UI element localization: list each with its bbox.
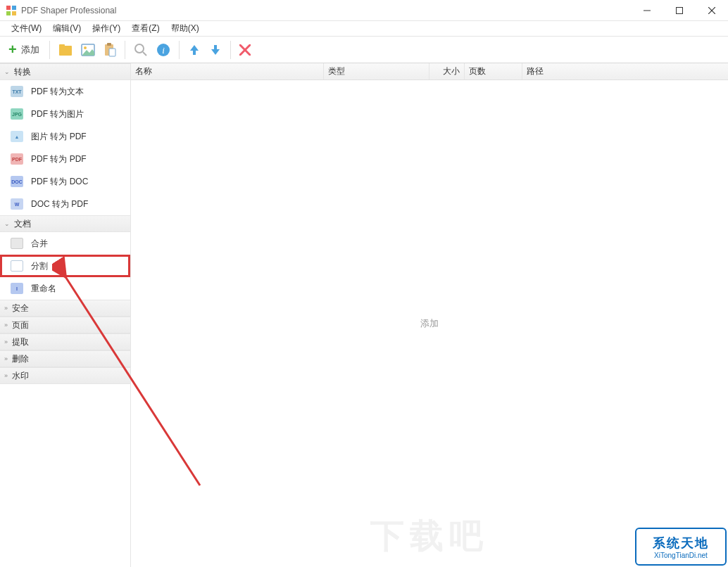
content: 名称 类型 大小 页数 路径 下载吧 添加 — [131, 63, 728, 567]
plus-icon: + — [8, 42, 17, 58]
sidebar-item-merge[interactable]: 合并 — [0, 232, 130, 255]
folder-button[interactable] — [56, 39, 75, 60]
column-path[interactable]: 路径 — [522, 63, 728, 79]
brand-url: XiTongTianDi.net — [654, 552, 708, 559]
rename-icon: I — [10, 281, 24, 295]
svg-point-15 — [135, 44, 144, 53]
sidebar-item-rename[interactable]: I重命名 — [0, 277, 130, 300]
chevron-right-icon: » — [4, 305, 8, 312]
menubar: 文件(W) 编辑(V) 操作(Y) 查看(Z) 帮助(X) — [0, 21, 728, 37]
titlebar: PDF Shaper Professional — [0, 0, 728, 21]
pdf-icon: PDF — [10, 152, 24, 166]
toolbar-separator — [125, 41, 125, 59]
image-button[interactable] — [78, 39, 98, 60]
sidebar-item-image-to-pdf[interactable]: ▲图片 转为 PDF — [0, 125, 130, 148]
paste-button[interactable] — [101, 39, 119, 60]
app-icon — [6, 5, 17, 16]
toolbar: + 添加 i — [0, 37, 728, 63]
remove-button[interactable] — [237, 39, 253, 60]
search-button[interactable] — [131, 39, 151, 60]
menu-action[interactable]: 操作(Y) — [87, 23, 126, 34]
sidebar-item-doc-to-pdf[interactable]: WDOC 转为 PDF — [0, 193, 130, 215]
add-button[interactable]: + 添加 — [6, 39, 44, 60]
svg-point-11 — [84, 46, 87, 49]
image-icon: ▲ — [10, 129, 24, 144]
menu-help[interactable]: 帮助(X) — [165, 23, 205, 34]
menu-edit[interactable]: 编辑(V) — [47, 23, 87, 34]
window-title: PDF Shaper Professional — [21, 6, 631, 15]
menu-view[interactable]: 查看(Z) — [126, 23, 165, 34]
column-type[interactable]: 类型 — [324, 63, 429, 79]
main: ⌄转换 TXTPDF 转为文本 JPGPDF 转为图片 ▲图片 转为 PDF P… — [0, 63, 728, 567]
page-icon — [10, 236, 24, 250]
svg-rect-5 — [677, 7, 683, 13]
jpg-icon: JPG — [10, 107, 24, 121]
sidebar-item-pdf-to-doc[interactable]: DOCPDF 转为 DOC — [0, 170, 130, 193]
maximize-button[interactable] — [663, 0, 696, 20]
sidebar-item-pdf-to-text[interactable]: TXTPDF 转为文本 — [0, 80, 130, 103]
chevron-right-icon: » — [4, 321, 8, 329]
doc-icon: DOC — [10, 174, 24, 189]
chevron-down-icon: ⌄ — [4, 220, 10, 227]
column-headers: 名称 类型 大小 页数 路径 — [131, 63, 728, 80]
toolbar-separator — [230, 41, 231, 59]
svg-rect-9 — [59, 44, 65, 48]
column-size[interactable]: 大小 — [429, 63, 465, 79]
svg-text:i: i — [162, 45, 165, 56]
watermark-text: 下载吧 — [370, 514, 489, 559]
word-icon: W — [10, 197, 24, 211]
sidebar-group-extract[interactable]: »提取 — [0, 333, 130, 350]
sidebar-item-split[interactable]: 分割 — [0, 255, 130, 277]
sidebar-group-security[interactable]: »安全 — [0, 300, 130, 317]
sidebar: ⌄转换 TXTPDF 转为文本 JPGPDF 转为图片 ▲图片 转为 PDF P… — [0, 63, 131, 567]
column-pages[interactable]: 页数 — [465, 63, 522, 79]
sidebar-group-delete[interactable]: »删除 — [0, 350, 130, 367]
brand-title: 系统天地 — [653, 535, 709, 552]
window-controls — [631, 0, 728, 20]
svg-rect-13 — [107, 43, 111, 46]
sidebar-group-document[interactable]: ⌄文档 — [0, 215, 130, 232]
move-down-button[interactable] — [206, 39, 225, 60]
sidebar-item-pdf-to-pdf[interactable]: PDFPDF 转为 PDF — [0, 148, 130, 170]
split-icon — [10, 259, 24, 273]
txt-icon: TXT — [10, 84, 24, 98]
file-drop-area[interactable]: 下载吧 添加 — [131, 80, 728, 567]
svg-rect-3 — [12, 11, 16, 15]
chevron-right-icon: » — [4, 338, 8, 345]
svg-rect-2 — [6, 11, 11, 15]
drop-hint: 添加 — [420, 317, 439, 330]
add-label: 添加 — [21, 44, 39, 56]
svg-rect-14 — [109, 49, 115, 56]
toolbar-separator — [49, 41, 50, 59]
sidebar-group-pages[interactable]: »页面 — [0, 317, 130, 333]
column-name[interactable]: 名称 — [131, 63, 324, 79]
chevron-down-icon: ⌄ — [4, 68, 10, 75]
brand-badge: 系统天地 XiTongTianDi.net — [635, 528, 727, 566]
info-button[interactable]: i — [153, 39, 173, 60]
svg-line-16 — [143, 52, 146, 56]
svg-rect-1 — [12, 6, 16, 10]
menu-file[interactable]: 文件(W) — [6, 23, 47, 34]
minimize-button[interactable] — [631, 0, 663, 20]
close-button[interactable] — [696, 0, 728, 20]
chevron-right-icon: » — [4, 355, 8, 362]
move-up-button[interactable] — [185, 39, 203, 60]
svg-rect-0 — [6, 6, 11, 10]
sidebar-item-pdf-to-image[interactable]: JPGPDF 转为图片 — [0, 103, 130, 125]
chevron-right-icon: » — [4, 372, 8, 379]
toolbar-separator — [179, 41, 180, 59]
sidebar-group-convert[interactable]: ⌄转换 — [0, 63, 130, 80]
sidebar-group-watermark[interactable]: »水印 — [0, 367, 130, 384]
